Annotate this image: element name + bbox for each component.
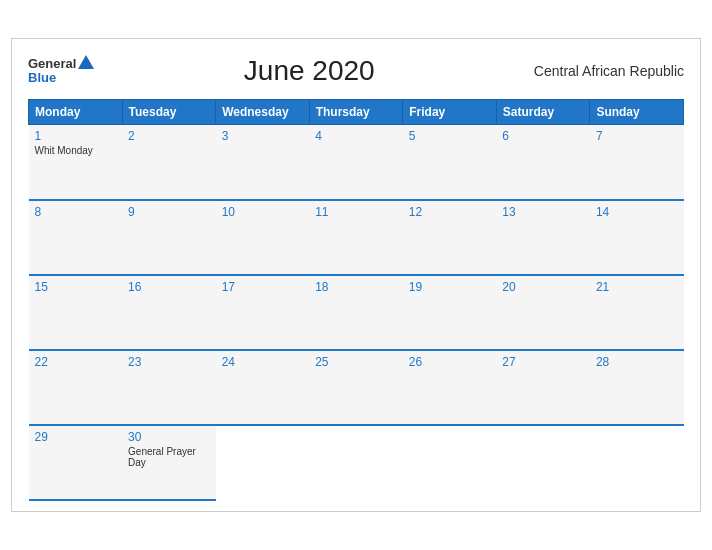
day-cell: 3: [216, 125, 310, 200]
day-cell: 22: [29, 350, 123, 425]
day-number: 18: [315, 280, 397, 294]
day-cell: 1Whit Monday: [29, 125, 123, 200]
day-cell: 11: [309, 200, 403, 275]
day-number: 13: [502, 205, 584, 219]
day-cell: 23: [122, 350, 216, 425]
day-cell: 19: [403, 275, 497, 350]
day-number: 7: [596, 129, 678, 143]
day-event: General Prayer Day: [128, 446, 210, 468]
week-row-1: 1Whit Monday234567: [29, 125, 684, 200]
day-number: 6: [502, 129, 584, 143]
day-event: Whit Monday: [35, 145, 117, 156]
day-number: 9: [128, 205, 210, 219]
week-row-4: 22232425262728: [29, 350, 684, 425]
weekday-header-thursday: Thursday: [309, 100, 403, 125]
logo-blue-text: Blue: [28, 71, 56, 85]
day-cell: 7: [590, 125, 684, 200]
day-number: 16: [128, 280, 210, 294]
day-number: 11: [315, 205, 397, 219]
day-cell: 14: [590, 200, 684, 275]
day-number: 10: [222, 205, 304, 219]
day-number: 2: [128, 129, 210, 143]
day-cell: 26: [403, 350, 497, 425]
weekday-header-sunday: Sunday: [590, 100, 684, 125]
logo-block: General Blue: [28, 57, 94, 86]
day-number: 3: [222, 129, 304, 143]
day-number: 26: [409, 355, 491, 369]
day-cell: 10: [216, 200, 310, 275]
day-cell: 17: [216, 275, 310, 350]
logo-general-text: General: [28, 57, 76, 71]
weekday-header-tuesday: Tuesday: [122, 100, 216, 125]
day-number: 17: [222, 280, 304, 294]
logo-row: General: [28, 57, 94, 71]
day-cell: 15: [29, 275, 123, 350]
day-cell: 27: [496, 350, 590, 425]
day-number: 5: [409, 129, 491, 143]
week-row-5: 2930General Prayer Day: [29, 425, 684, 500]
day-cell: 6: [496, 125, 590, 200]
week-row-2: 891011121314: [29, 200, 684, 275]
day-cell: 8: [29, 200, 123, 275]
calendar-header: General Blue June 2020 Central African R…: [28, 55, 684, 87]
week-row-3: 15161718192021: [29, 275, 684, 350]
calendar-grid: MondayTuesdayWednesdayThursdayFridaySatu…: [28, 99, 684, 501]
day-cell: 2: [122, 125, 216, 200]
weekday-header-monday: Monday: [29, 100, 123, 125]
calendar-thead: MondayTuesdayWednesdayThursdayFridaySatu…: [29, 100, 684, 125]
day-number: 12: [409, 205, 491, 219]
day-cell: 16: [122, 275, 216, 350]
day-cell: [496, 425, 590, 500]
day-number: 24: [222, 355, 304, 369]
day-number: 14: [596, 205, 678, 219]
day-number: 20: [502, 280, 584, 294]
day-number: 23: [128, 355, 210, 369]
day-number: 21: [596, 280, 678, 294]
calendar-wrapper: General Blue June 2020 Central African R…: [11, 38, 701, 512]
day-cell: 24: [216, 350, 310, 425]
weekday-header-row: MondayTuesdayWednesdayThursdayFridaySatu…: [29, 100, 684, 125]
day-cell: 12: [403, 200, 497, 275]
day-cell: [590, 425, 684, 500]
weekday-header-saturday: Saturday: [496, 100, 590, 125]
day-number: 4: [315, 129, 397, 143]
calendar-country: Central African Republic: [524, 63, 684, 79]
day-cell: 21: [590, 275, 684, 350]
calendar-body: 1Whit Monday2345678910111213141516171819…: [29, 125, 684, 500]
day-cell: 9: [122, 200, 216, 275]
weekday-header-friday: Friday: [403, 100, 497, 125]
day-cell: 29: [29, 425, 123, 500]
day-number: 15: [35, 280, 117, 294]
weekday-header-wednesday: Wednesday: [216, 100, 310, 125]
day-number: 25: [315, 355, 397, 369]
day-number: 27: [502, 355, 584, 369]
day-number: 8: [35, 205, 117, 219]
day-cell: 28: [590, 350, 684, 425]
calendar-title: June 2020: [94, 55, 524, 87]
day-number: 28: [596, 355, 678, 369]
day-cell: [309, 425, 403, 500]
day-number: 29: [35, 430, 117, 444]
day-cell: 13: [496, 200, 590, 275]
day-cell: [216, 425, 310, 500]
day-cell: [403, 425, 497, 500]
day-number: 1: [35, 129, 117, 143]
day-cell: 30General Prayer Day: [122, 425, 216, 500]
day-cell: 4: [309, 125, 403, 200]
day-number: 30: [128, 430, 210, 444]
day-cell: 5: [403, 125, 497, 200]
day-cell: 25: [309, 350, 403, 425]
day-cell: 20: [496, 275, 590, 350]
day-cell: 18: [309, 275, 403, 350]
logo: General Blue: [28, 57, 94, 86]
day-number: 22: [35, 355, 117, 369]
day-number: 19: [409, 280, 491, 294]
logo-triangle-icon: [78, 55, 94, 69]
